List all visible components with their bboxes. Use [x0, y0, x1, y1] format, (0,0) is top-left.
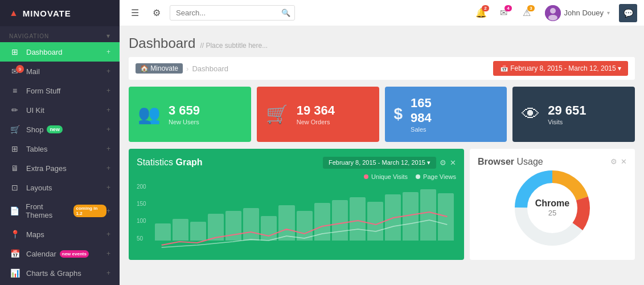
- sidebar-item-tables[interactable]: ⊞ Tables +: [0, 139, 120, 158]
- sidebar-item-ui-kit[interactable]: ✏ UI Kit +: [0, 100, 120, 120]
- browser-close-button[interactable]: ✕: [621, 157, 627, 166]
- main-area: ☰ ⚙ 🔍 🔔 2 ✉ 4 ⚠ 3: [120, 0, 644, 285]
- sidebar-item-shop[interactable]: 🛒 Shop new +: [0, 120, 120, 139]
- menu-toggle-button[interactable]: ☰: [126, 5, 143, 21]
- donut-chart-container: Chrome 25: [478, 174, 627, 242]
- sidebar: ▲ MINOVATE NAVIGATION ▾ ⊞ Dashboard + ✉ …: [0, 0, 120, 285]
- bottom-row: Statistics Graph February 8, 2015 - Marc…: [129, 149, 635, 260]
- donut-label: Chrome 25: [535, 198, 569, 217]
- y-label-150: 150: [137, 201, 149, 207]
- sidebar-item-maps[interactable]: 📍 Maps +: [0, 225, 120, 244]
- nav-plus-icon: +: [106, 106, 110, 114]
- sidebar-item-dashboard[interactable]: ⊞ Dashboard +: [0, 42, 120, 62]
- sidebar-item-mail[interactable]: ✉ 9 Mail +: [0, 62, 120, 81]
- sidebar-item-form-stuff[interactable]: ≡ Form Stuff +: [0, 81, 120, 100]
- y-label-200: 200: [137, 184, 149, 190]
- y-label-50: 50: [137, 235, 149, 242]
- nav-plus-icon: +: [106, 48, 110, 56]
- front-themes-icon: 📄: [9, 206, 20, 215]
- users-icon: 👥: [138, 103, 161, 125]
- nav-plus-icon: +: [106, 67, 110, 75]
- nav-plus-icon: +: [106, 145, 110, 153]
- stat-card-visits: 👁 29 651 Visits: [512, 87, 635, 142]
- extra-pages-icon: 🖥: [9, 164, 20, 173]
- sidebar-item-label: Form Stuff: [26, 87, 60, 95]
- nav-label: NAVIGATION ▾: [0, 26, 120, 42]
- stat-card-orders: 🛒 19 364 New Orders: [257, 87, 379, 142]
- sales-stat-info: 165 984 Sales: [411, 96, 432, 133]
- sidebar-item-charts[interactable]: 📊 Charts & Graphs +: [0, 263, 120, 283]
- dashboard-icon: ⊞: [9, 47, 20, 56]
- user-name: John Douey: [564, 9, 604, 17]
- sidebar-item-label: Calendar: [26, 250, 56, 258]
- visits-label: Visits: [548, 119, 586, 125]
- form-icon: ≡: [9, 86, 20, 95]
- legend-page-views: Page Views: [416, 173, 456, 180]
- search-icon: 🔍: [281, 9, 290, 17]
- nav-plus-icon: +: [106, 230, 110, 238]
- breadcrumb-bar: 🏠 Minovate › Dashboard 📅 February 8, 201…: [129, 57, 635, 80]
- messages-button[interactable]: 💬: [619, 4, 637, 22]
- svg-point-1: [550, 8, 556, 14]
- nav-plus-icon: +: [106, 87, 110, 95]
- sidebar-item-label: Extra Pages: [26, 164, 67, 173]
- line-chart-svg: [153, 195, 456, 252]
- sidebar-item-layouts[interactable]: ⊡ Layouts +: [0, 178, 120, 197]
- sidebar-item-front-themes[interactable]: 📄 Front Themes coming in 1.2 +: [0, 197, 120, 225]
- sidebar-item-label: Front Themes: [26, 202, 70, 219]
- stats-close-button[interactable]: ✕: [450, 158, 456, 167]
- browser-usage-card: Browser Usage ⚙ ✕: [470, 149, 635, 260]
- page-header: Dashboard // Place subtitle here...: [129, 35, 635, 51]
- browser-settings-button[interactable]: ⚙: [610, 157, 617, 166]
- browser-controls: ⚙ ✕: [610, 157, 627, 166]
- maps-icon: 📍: [9, 230, 20, 239]
- content-area: Dashboard // Place subtitle here... 🏠 Mi…: [120, 26, 644, 285]
- user-chevron-icon: ▾: [607, 10, 610, 16]
- sidebar-item-label: Charts & Graphs: [26, 269, 81, 278]
- stats-settings-button[interactable]: ⚙: [440, 158, 446, 167]
- breadcrumb-home[interactable]: 🏠 Minovate: [136, 63, 183, 74]
- sidebar-item-label: Mail: [26, 67, 40, 76]
- sidebar-item-label: Shop: [26, 125, 43, 134]
- users-stat-info: 3 659 New Users: [169, 103, 200, 125]
- sidebar-item-extra-pages[interactable]: 🖥 Extra Pages +: [0, 158, 120, 178]
- current-browser-name: Chrome: [535, 198, 569, 209]
- sidebar-item-label: Tables: [26, 145, 48, 153]
- statistics-card: Statistics Graph February 8, 2015 - Marc…: [129, 149, 464, 260]
- user-menu[interactable]: John Douey ▾: [540, 5, 614, 21]
- nav-plus-icon: +: [106, 207, 110, 215]
- stats-date-button[interactable]: February 8, 2015 - March 12, 2015 ▾: [323, 157, 436, 169]
- breadcrumb-separator: ›: [186, 64, 188, 73]
- mail-notification-badge: 4: [504, 5, 511, 11]
- sidebar-item-label: UI Kit: [26, 106, 44, 115]
- nav-plus-icon: +: [106, 269, 110, 277]
- settings-button[interactable]: ⚙: [148, 5, 165, 21]
- front-themes-badge: coming in 1.2: [73, 205, 106, 217]
- orders-label: New Orders: [297, 119, 335, 125]
- notification-warning[interactable]: ⚠ 3: [518, 4, 536, 22]
- date-range-button[interactable]: 📅 February 8, 2015 - March 12, 2015 ▾: [493, 61, 628, 76]
- notification-bell[interactable]: 🔔 2: [472, 4, 490, 22]
- visits-icon: 👁: [522, 104, 540, 125]
- tables-icon: ⊞: [9, 144, 20, 153]
- search-input[interactable]: [170, 5, 295, 21]
- logo-text: MINOVATE: [23, 9, 71, 18]
- sidebar-item-label: Layouts: [26, 184, 52, 192]
- y-label-100: 100: [137, 218, 149, 224]
- stats-legend: Unique Visits Page Views: [137, 173, 456, 180]
- svg-point-2: [548, 15, 557, 21]
- breadcrumb-current: Dashboard: [192, 64, 228, 73]
- chart-area: 200 150 100 50: [137, 184, 456, 252]
- visits-stat-info: 29 651 Visits: [548, 103, 586, 125]
- charts-icon: 📊: [9, 268, 20, 278]
- notification-mail[interactable]: ✉ 4: [495, 4, 513, 22]
- nav-plus-icon: +: [106, 250, 110, 258]
- current-browser-value: 25: [535, 209, 569, 217]
- sidebar-item-calendar[interactable]: 📅 Calendar new events +: [0, 244, 120, 263]
- users-label: New Users: [169, 119, 200, 125]
- avatar: [545, 5, 561, 21]
- calendar-icon: 📅: [9, 249, 20, 258]
- sidebar-logo: ▲ MINOVATE: [0, 0, 120, 26]
- shop-badge: new: [47, 125, 63, 133]
- shop-icon: 🛒: [9, 125, 20, 134]
